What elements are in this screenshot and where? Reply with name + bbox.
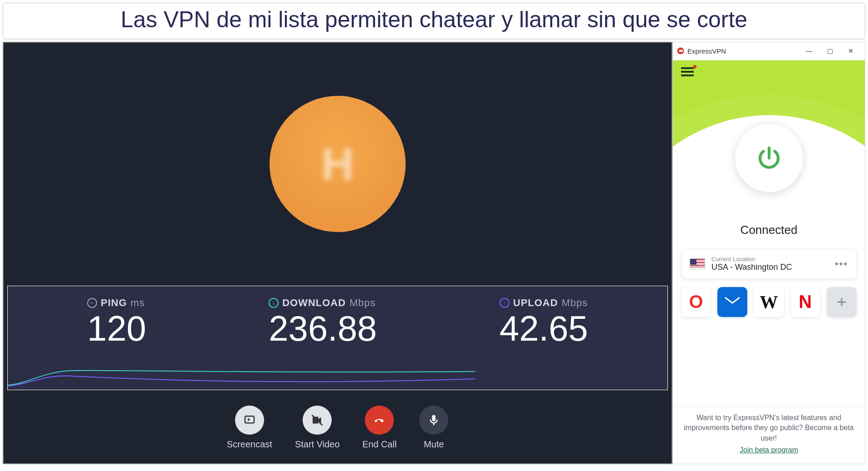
ping-icon: ~ (87, 298, 97, 308)
download-value: 236.88 (269, 311, 377, 346)
video-off-icon (310, 413, 324, 427)
upload-label-row: ↑ UPLOAD Mbps (500, 297, 588, 309)
window-title: ExpressVPN (687, 47, 726, 55)
wikipedia-icon: W (760, 291, 778, 312)
download-label-row: ↓ DOWNLOAD Mbps (269, 297, 377, 309)
end-call-button[interactable]: End Call (363, 406, 397, 450)
ping-unit: ms (131, 297, 145, 309)
opera-icon: O (689, 292, 703, 312)
speedtest-sparkline (8, 358, 475, 390)
ping-label: PING (101, 297, 127, 309)
notification-dot (693, 65, 696, 69)
vpn-power-button[interactable] (735, 124, 803, 192)
usa-flag-icon (690, 258, 705, 269)
metrics-row: ~ PING ms 120 ↓ DOWNLOAD Mbps 236.88 (8, 286, 667, 346)
location-more-button[interactable]: ••• (835, 258, 848, 270)
start-video-button[interactable]: Start Video (295, 406, 340, 450)
screencast-button[interactable]: Screencast (227, 406, 272, 450)
window-titlebar: ExpressVPN — ▢ ✕ (673, 42, 865, 60)
titlebar-left: ExpressVPN (677, 47, 726, 55)
upload-icon: ↑ (500, 298, 510, 308)
mute-label: Mute (424, 439, 444, 450)
shortcut-netflix[interactable]: N (790, 287, 820, 317)
window-maximize-button[interactable]: ▢ (819, 44, 840, 58)
phone-hangup-icon (373, 413, 386, 427)
location-name: USA - Washington DC (711, 263, 829, 272)
netflix-icon: N (799, 292, 812, 312)
vpn-hero (673, 60, 865, 215)
download-label: DOWNLOAD (282, 297, 346, 309)
upload-unit: Mbps (562, 297, 588, 309)
speedtest-card: ~ PING ms 120 ↓ DOWNLOAD Mbps 236.88 (7, 286, 668, 390)
main-row: H ~ PING ms 120 ↓ DOWNLOAD Mbps (0, 42, 868, 467)
vpn-status: Connected (673, 223, 865, 237)
power-icon (755, 144, 783, 172)
headline-text: Las VPN de mi lista permiten chatear y l… (12, 7, 856, 33)
vpn-spacer (673, 317, 865, 406)
window-close-button[interactable]: ✕ (840, 44, 861, 58)
svg-rect-8 (724, 296, 740, 308)
screencast-icon (243, 413, 256, 427)
shortcut-add-button[interactable] (827, 287, 857, 317)
location-label: Current Location (711, 256, 829, 263)
avatar-letter: H (321, 138, 354, 190)
location-card[interactable]: Current Location USA - Washington DC ••• (681, 249, 857, 279)
beta-link[interactable]: Join beta program (684, 445, 854, 455)
avatar: H (270, 96, 406, 232)
location-text: Current Location USA - Washington DC (711, 256, 829, 272)
expressvpn-window: ExpressVPN — ▢ ✕ Connected (672, 42, 865, 464)
hamburger-icon (681, 67, 694, 77)
shortcut-opera[interactable]: O (681, 287, 711, 317)
menu-button[interactable] (681, 67, 694, 79)
mute-button[interactable]: Mute (419, 406, 448, 450)
ping-metric: ~ PING ms 120 (87, 297, 146, 346)
window-minimize-button[interactable]: — (799, 44, 819, 58)
download-metric: ↓ DOWNLOAD Mbps 236.88 (269, 297, 377, 346)
svg-rect-2 (432, 415, 436, 421)
download-icon: ↓ (269, 298, 279, 308)
beta-callout: Want to try ExpressVPN's latest features… (673, 406, 865, 464)
avatar-area: H (4, 43, 672, 286)
beta-text: Want to try ExpressVPN's latest features… (684, 414, 853, 442)
mail-icon (724, 296, 740, 308)
headline-callout: Las VPN de mi lista permiten chatear y l… (3, 3, 865, 39)
window-controls: — ▢ ✕ (799, 44, 861, 58)
upload-label: UPLOAD (513, 297, 558, 309)
ping-label-row: ~ PING ms (87, 297, 146, 309)
ping-value: 120 (87, 311, 146, 346)
download-unit: Mbps (349, 297, 376, 309)
video-call-panel: H ~ PING ms 120 ↓ DOWNLOAD Mbps (3, 42, 672, 464)
upload-value: 42.65 (500, 311, 588, 346)
microphone-icon (427, 413, 441, 427)
screencast-label: Screencast (227, 439, 272, 450)
shortcut-mail[interactable] (717, 287, 747, 317)
shortcut-wikipedia[interactable]: W (754, 287, 784, 317)
plus-icon (835, 295, 848, 309)
start-video-label: Start Video (295, 439, 340, 450)
expressvpn-logo-icon (677, 47, 685, 55)
upload-metric: ↑ UPLOAD Mbps 42.65 (500, 297, 588, 346)
end-call-label: End Call (363, 439, 397, 450)
shortcut-row: O W N (681, 287, 857, 317)
svg-rect-4 (679, 50, 683, 52)
call-controls: Screencast Start Video End Call Mute (4, 390, 672, 463)
